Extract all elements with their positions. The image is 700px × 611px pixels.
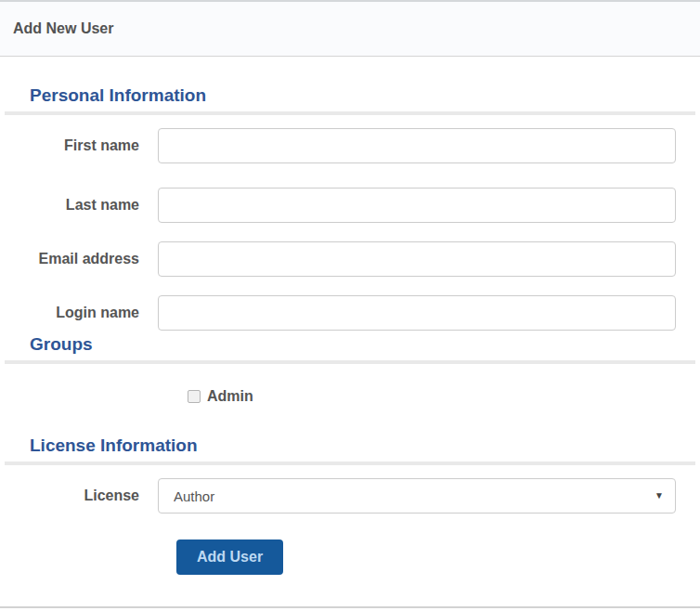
- email-address-input[interactable]: [158, 241, 676, 277]
- section-heading-personal-information: Personal Information: [30, 85, 687, 106]
- email-address-label: Email address: [13, 250, 158, 268]
- login-name-input[interactable]: [158, 295, 676, 331]
- last-name-input[interactable]: [158, 188, 676, 223]
- login-name-label: Login name: [13, 304, 158, 322]
- panel-header: Add New User: [0, 0, 700, 57]
- add-user-button[interactable]: Add User: [176, 540, 283, 575]
- group-checkbox-row-admin: Admin: [188, 388, 700, 405]
- first-name-input[interactable]: [158, 128, 676, 163]
- page-title: Add New User: [13, 20, 113, 36]
- button-row: Add User: [0, 540, 700, 575]
- license-label: License: [13, 487, 158, 505]
- form-row-last-name: Last name: [0, 188, 700, 223]
- license-select[interactable]: Author: [158, 478, 676, 514]
- first-name-label: First name: [13, 136, 158, 155]
- add-new-user-panel: Add New User Personal Information First …: [0, 0, 700, 611]
- section-divider: [5, 462, 695, 465]
- admin-checkbox-label: Admin: [207, 388, 253, 405]
- section-heading-license-information: License Information: [30, 436, 687, 456]
- panel-bottom-border: [0, 606, 700, 608]
- admin-checkbox[interactable]: [188, 390, 201, 403]
- section-divider: [5, 360, 695, 364]
- section-divider: [5, 111, 695, 115]
- add-user-form: Personal Information First name Last nam…: [0, 57, 700, 611]
- form-row-login-name: Login name: [0, 295, 700, 331]
- form-row-email-address: Email address: [0, 241, 700, 277]
- section-heading-groups: Groups: [30, 334, 687, 355]
- form-row-first-name: First name: [0, 128, 700, 163]
- license-select-wrap: Author ▼: [158, 478, 676, 514]
- form-row-license: License Author ▼: [0, 478, 700, 514]
- last-name-label: Last name: [13, 196, 158, 214]
